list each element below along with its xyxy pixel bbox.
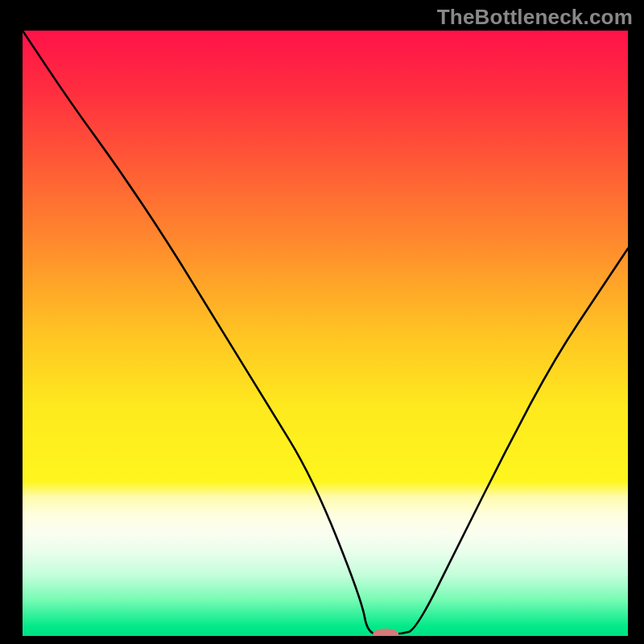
watermark-text: TheBottleneck.com bbox=[437, 5, 633, 30]
plot-area bbox=[23, 31, 628, 636]
chart-container: TheBottleneck.com bbox=[0, 0, 644, 644]
bottleneck-chart bbox=[23, 31, 628, 636]
gradient-background bbox=[23, 31, 628, 636]
